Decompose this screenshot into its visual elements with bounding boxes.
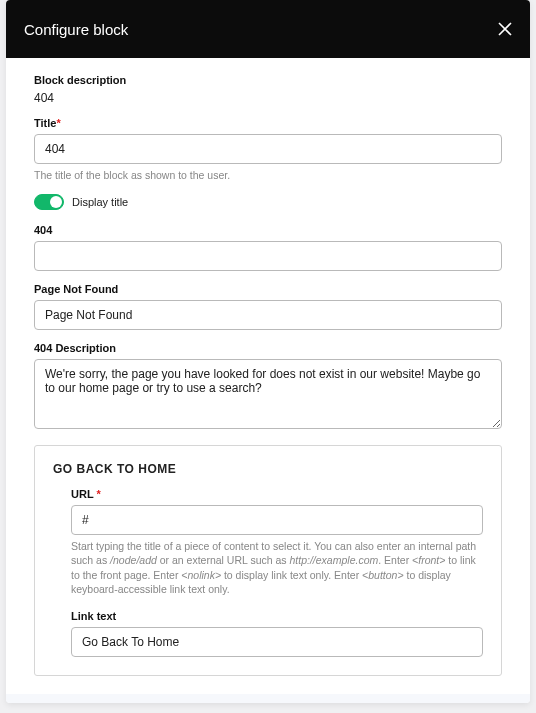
required-marker: * bbox=[56, 117, 60, 129]
display-title-row: Display title bbox=[34, 194, 502, 210]
display-title-label: Display title bbox=[72, 196, 128, 208]
page-not-found-label: Page Not Found bbox=[34, 283, 502, 295]
title-input[interactable] bbox=[34, 134, 502, 164]
link-text-input[interactable] bbox=[71, 627, 483, 657]
block-description-value: 404 bbox=[34, 91, 502, 105]
close-icon[interactable] bbox=[498, 22, 512, 36]
title-label-text: Title bbox=[34, 117, 56, 129]
link-text-field: Link text bbox=[71, 610, 483, 657]
required-marker: * bbox=[96, 488, 100, 500]
go-back-fieldset: GO BACK TO HOME URL * Start typing the t… bbox=[34, 445, 502, 676]
title-helper: The title of the block as shown to the u… bbox=[34, 168, 502, 182]
url-helper: Start typing the title of a piece of con… bbox=[71, 539, 483, 596]
modal-header: Configure block bbox=[6, 0, 530, 58]
title-label: Title* bbox=[34, 117, 502, 129]
url-label: URL * bbox=[71, 488, 483, 500]
description-404-textarea[interactable] bbox=[34, 359, 502, 429]
link-text-label: Link text bbox=[71, 610, 483, 622]
block-description-label: Block description bbox=[34, 74, 502, 86]
page-not-found-field: Page Not Found bbox=[34, 283, 502, 330]
go-back-nested: URL * Start typing the title of a piece … bbox=[53, 488, 483, 657]
description-404-label: 404 Description bbox=[34, 342, 502, 354]
field-404-label: 404 bbox=[34, 224, 502, 236]
modal-title: Configure block bbox=[24, 21, 128, 38]
title-field: Title* The title of the block as shown t… bbox=[34, 117, 502, 182]
url-input[interactable] bbox=[71, 505, 483, 535]
modal-body: Block description 404 Title* The title o… bbox=[6, 58, 530, 703]
configure-block-modal: Configure block Block description 404 Ti… bbox=[6, 0, 530, 703]
description-404-field: 404 Description bbox=[34, 342, 502, 433]
go-back-legend: GO BACK TO HOME bbox=[53, 462, 483, 476]
block-description-field: Block description 404 bbox=[34, 74, 502, 105]
field-404-input[interactable] bbox=[34, 241, 502, 271]
url-label-text: URL bbox=[71, 488, 93, 500]
url-field: URL * Start typing the title of a piece … bbox=[71, 488, 483, 596]
display-title-toggle[interactable] bbox=[34, 194, 64, 210]
toggle-knob bbox=[50, 196, 62, 208]
modal-footer: Update bbox=[6, 694, 530, 703]
field-404: 404 bbox=[34, 224, 502, 271]
page-not-found-input[interactable] bbox=[34, 300, 502, 330]
